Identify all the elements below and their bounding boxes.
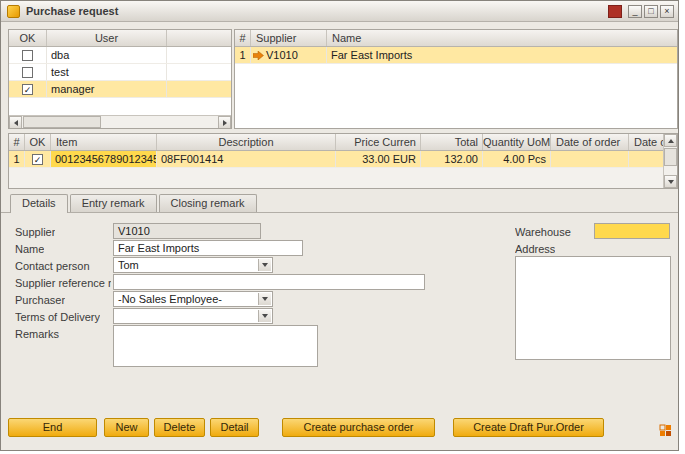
supplier-name-cell: Far East Imports	[327, 47, 677, 63]
new-button[interactable]: New	[104, 418, 149, 437]
check-mark: ✓	[24, 85, 32, 95]
users-col-filler	[167, 30, 231, 46]
item-quantity-cell[interactable]: 4.00 Pcs	[483, 151, 551, 167]
items-col-description[interactable]: Description	[157, 134, 336, 150]
scroll-left-arrow[interactable]	[9, 116, 22, 129]
table-row-item[interactable]: 1 ✓ 00123456789012345 08FF001414 33.00 E…	[9, 151, 663, 168]
suppliers-col-num[interactable]: #	[235, 30, 251, 46]
contact-person-value: Tom	[118, 259, 139, 271]
items-col-date-other[interactable]: Date o	[629, 134, 663, 150]
ok-checkbox[interactable]	[22, 67, 33, 78]
table-row-test[interactable]: test	[9, 64, 231, 81]
supplier-reference-field[interactable]	[113, 274, 425, 290]
user-name-cell: test	[47, 64, 167, 80]
supplier-code: V1010	[266, 47, 298, 63]
items-table: # OK Item Description Price Curren Total…	[8, 133, 678, 189]
end-button[interactable]: End	[8, 418, 97, 437]
item-ok-checkbox[interactable]: ✓	[32, 154, 43, 165]
tab-entry-remark[interactable]: Entry remark	[70, 194, 157, 212]
name-label: Name	[15, 242, 44, 257]
table-row-supplier[interactable]: 1 V1010 Far East Imports	[235, 47, 677, 64]
purchaser-label: Purchaser	[15, 293, 65, 308]
scrollbar-thumb[interactable]	[23, 116, 101, 128]
item-date-of-order-cell[interactable]	[551, 151, 629, 167]
window-controls: _ □ ×	[608, 5, 674, 18]
system-color-button[interactable]	[608, 5, 622, 18]
row-number-cell: 1	[235, 47, 251, 63]
scrollbar-thumb[interactable]	[664, 148, 677, 166]
item-description-cell[interactable]: 08FF001414	[157, 151, 336, 167]
scroll-up-arrow[interactable]	[664, 134, 677, 147]
down-triangle-icon	[262, 263, 268, 267]
up-triangle-icon	[668, 139, 674, 143]
items-col-ok[interactable]: OK	[25, 134, 51, 150]
suppliers-col-supplier[interactable]: Supplier	[251, 30, 327, 46]
supplier-code-cell[interactable]: V1010	[251, 47, 327, 63]
remarks-label: Remarks	[15, 327, 59, 342]
items-col-date-of-order[interactable]: Date of order	[551, 134, 629, 150]
delete-button[interactable]: Delete	[154, 418, 205, 437]
purchaser-value: -No Sales Employee-	[118, 293, 222, 305]
chevron-down-icon[interactable]	[258, 259, 271, 271]
down-triangle-icon	[668, 180, 674, 184]
users-col-ok[interactable]: OK	[9, 30, 47, 46]
row-number-cell: 1	[9, 151, 25, 167]
check-mark: ✓	[34, 155, 42, 165]
empty-cell	[167, 64, 231, 80]
item-date-other-cell[interactable]	[629, 151, 663, 167]
terms-of-delivery-dropdown[interactable]	[113, 308, 273, 324]
warehouse-label: Warehouse	[515, 225, 571, 240]
chevron-down-icon[interactable]	[258, 293, 271, 305]
close-button[interactable]: ×	[660, 5, 674, 18]
scroll-down-arrow[interactable]	[664, 175, 677, 188]
vertical-scrollbar[interactable]	[663, 134, 677, 188]
scroll-right-arrow[interactable]	[218, 116, 231, 129]
supplier-label: Supplier	[15, 225, 55, 240]
tab-bar: Details Entry remark Closing remark	[1, 194, 678, 213]
ok-checkbox-checked[interactable]: ✓	[22, 84, 33, 95]
address-label: Address	[515, 242, 555, 257]
users-col-user[interactable]: User	[47, 30, 167, 46]
empty-cell	[167, 47, 231, 63]
contact-person-dropdown[interactable]: Tom	[113, 257, 273, 273]
link-arrow-icon[interactable]	[253, 51, 264, 60]
resize-grip-icon[interactable]	[659, 424, 673, 438]
items-col-quantity-uom[interactable]: Quantity UoM	[483, 134, 551, 150]
remarks-textarea[interactable]	[113, 325, 318, 367]
ok-checkbox[interactable]	[22, 50, 33, 61]
item-total-cell[interactable]: 132.00	[421, 151, 483, 167]
address-textarea[interactable]	[515, 256, 671, 360]
titlebar[interactable]: Purchase request _ □ ×	[1, 1, 678, 22]
item-code-cell[interactable]: 00123456789012345	[51, 151, 157, 167]
user-name-cell: manager	[47, 81, 167, 97]
items-col-num[interactable]: #	[9, 134, 25, 150]
down-triangle-icon	[262, 314, 268, 318]
tab-closing-remark[interactable]: Closing remark	[159, 194, 257, 212]
detail-button[interactable]: Detail	[210, 418, 259, 437]
purchase-request-window: Purchase request _ □ × OK User dba test …	[0, 0, 679, 451]
items-col-item[interactable]: Item	[51, 134, 157, 150]
table-row-manager[interactable]: ✓ manager	[9, 81, 231, 98]
supplier-field[interactable]: V1010	[113, 223, 261, 239]
contact-person-label: Contact person	[15, 259, 90, 274]
horizontal-scrollbar[interactable]	[9, 115, 231, 128]
name-field[interactable]: Far East Imports	[113, 240, 303, 256]
minimize-button[interactable]: _	[628, 5, 642, 18]
scrollbar-track[interactable]	[101, 116, 218, 128]
purchaser-dropdown[interactable]: -No Sales Employee-	[113, 291, 273, 307]
down-triangle-icon	[262, 297, 268, 301]
table-row-dba[interactable]: dba	[9, 47, 231, 64]
suppliers-table-header: # Supplier Name	[235, 30, 677, 47]
create-purchase-order-button[interactable]: Create purchase order	[282, 418, 435, 437]
items-col-price-currency[interactable]: Price Curren	[336, 134, 421, 150]
maximize-button[interactable]: □	[644, 5, 658, 18]
item-price-cell[interactable]: 33.00 EUR	[336, 151, 421, 167]
warehouse-field[interactable]	[594, 223, 670, 239]
tab-details[interactable]: Details	[10, 194, 68, 213]
window-icon	[7, 5, 20, 18]
chevron-down-icon[interactable]	[258, 310, 271, 322]
suppliers-col-name[interactable]: Name	[327, 30, 677, 46]
users-table-header: OK User	[9, 30, 231, 47]
create-draft-purchase-order-button[interactable]: Create Draft Pur.Order	[453, 418, 604, 437]
items-col-total[interactable]: Total	[421, 134, 483, 150]
